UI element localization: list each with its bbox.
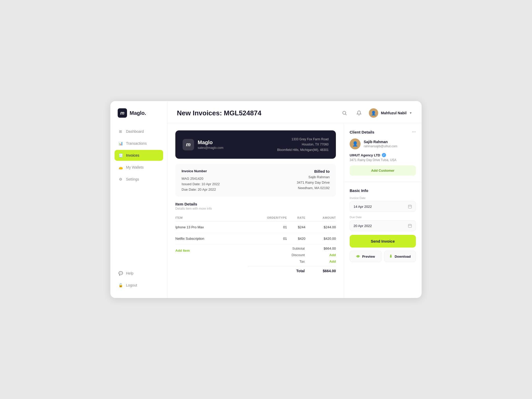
sidebar-item-label: Logout (126, 283, 137, 287)
client-details-title: Client Details ··· (350, 129, 416, 135)
total-row: Total $664.00 (248, 269, 336, 273)
billed-address2: Needham, MA 02192 (297, 186, 330, 190)
logo-icon: m (118, 108, 127, 118)
address-line3: Bloomfield Hills, Michigan(MI), 48301 (277, 147, 329, 152)
page-header: New Invoices: MGL524874 👤 Mahfuzul Nabil… (168, 101, 422, 123)
download-label: Download (395, 255, 411, 258)
item-name-2: Netflix Subscription (175, 233, 242, 244)
total-label: Total (284, 269, 305, 273)
col-amount: AMOUNT (305, 214, 336, 222)
preview-label: Preview (362, 255, 375, 258)
add-customer-button[interactable]: Add Customer (350, 165, 416, 176)
tax-label: Tax (284, 260, 305, 263)
body-area: m Maglo sales@maglo.com 1333 Grey Fox Fa… (168, 123, 422, 298)
sidebar-item-label: My Wallets (126, 165, 144, 169)
company-name: UIHUT Agency LTD ✓ (350, 153, 416, 157)
item-order-1: 01 (242, 222, 287, 233)
user-menu[interactable]: 👤 Mahfuzul Nabil ▼ (369, 108, 412, 118)
add-item-button[interactable]: Add Item (175, 245, 190, 256)
sidebar-item-settings[interactable]: ⚙ Settings (115, 174, 163, 185)
invoice-logo-icon: m (183, 139, 194, 150)
page-title: New Invoices: MGL524874 (177, 109, 261, 117)
invoice-header-card: m Maglo sales@maglo.com 1333 Grey Fox Fa… (175, 130, 336, 159)
items-section: Item Details Details item with more info… (175, 202, 336, 273)
basic-info-section: Basic Info Invoice Date 14 Apr 2022 Due … (350, 188, 416, 262)
svg-point-0 (343, 111, 346, 114)
download-button[interactable]: ⬇ Download (384, 251, 416, 262)
col-order-type: ORDER/TYPE (242, 214, 287, 222)
item-name-1: Iphone 13 Pro Max (175, 222, 242, 233)
item-amount-1: $244.00 (305, 222, 336, 233)
sidebar-item-label: Help (126, 271, 134, 275)
app-name: Maglo. (130, 110, 146, 116)
sidebar-item-transactions[interactable]: 📊 Transactions (115, 138, 163, 149)
preview-icon: 👁 (356, 254, 360, 259)
tax-row: Tax Add (248, 260, 336, 263)
table-row: Iphone 13 Pro Max 01 $244 $244.00 (175, 222, 336, 233)
right-panel: Client Details ··· 👤 Sajib Rahman rahman… (344, 123, 422, 298)
header-actions: 👤 Mahfuzul Nabil ▼ (340, 108, 412, 118)
sidebar-item-dashboard[interactable]: ⊞ Dashboard (115, 126, 163, 137)
avatar: 👤 (369, 108, 378, 118)
tax-add-button[interactable]: Add (315, 260, 336, 263)
sidebar-item-wallets[interactable]: 👝 My Wallets (115, 162, 163, 173)
item-amount-2: $420.00 (305, 233, 336, 244)
dashboard-icon: ⊞ (118, 129, 123, 134)
invoice-number: MAG 2541420 (182, 177, 220, 181)
invoice-date-input[interactable]: 14 Apr 2022 (350, 201, 416, 212)
invoice-company-email: sales@maglo.com (198, 146, 223, 150)
help-icon: 💬 (118, 271, 123, 276)
svg-line-1 (345, 114, 347, 115)
discount-add-button[interactable]: Add (315, 253, 336, 257)
invoice-area: m Maglo sales@maglo.com 1333 Grey Fox Fa… (168, 123, 344, 298)
sidebar-item-help[interactable]: 💬 Help (115, 268, 163, 279)
basic-info-title: Basic Info (350, 188, 416, 193)
discount-row: Discount Add (248, 253, 336, 257)
invoice-company-info: m Maglo sales@maglo.com (183, 139, 223, 150)
sidebar-bottom: 💬 Help 🔓 Logout (110, 268, 167, 291)
sidebar-item-invoices[interactable]: 🧾 Invoices (115, 150, 163, 161)
item-rate-2: $420 (287, 233, 305, 244)
issued-date: Issued Date: 10 Apr 2022 (182, 182, 220, 186)
user-name: Mahfuzul Nabil (381, 111, 407, 115)
transactions-icon: 📊 (118, 141, 123, 146)
svg-rect-6 (408, 224, 411, 228)
due-date-label: Due Date (350, 216, 416, 219)
sidebar-item-label: Dashboard (126, 129, 144, 134)
col-rate: RATE (287, 214, 305, 222)
panel-divider (344, 182, 422, 182)
main-content: New Invoices: MGL524874 👤 Mahfuzul Nabil… (168, 101, 422, 298)
address-line1: 1333 Grey Fox Farm Road (277, 137, 329, 142)
item-order-2: 01 (242, 233, 287, 244)
table-row: Netflix Subscription 01 $420 $420.00 (175, 233, 336, 244)
item-rate-1: $244 (287, 222, 305, 233)
action-buttons: 👁 Preview ⬇ Download (350, 251, 416, 262)
logout-icon: 🔓 (118, 283, 123, 288)
send-invoice-button[interactable]: Send Invoice (350, 235, 416, 248)
items-section-title: Item Details (175, 202, 336, 206)
sidebar-item-logout[interactable]: 🔓 Logout (115, 280, 163, 291)
settings-icon: ⚙ (118, 177, 123, 182)
client-name: Sajib Rahman (364, 140, 397, 144)
sidebar-item-label: Invoices (126, 153, 139, 157)
more-options-button[interactable]: ··· (412, 129, 416, 135)
sidebar-item-label: Transactions (126, 141, 147, 145)
totals-area: Subtotal $664.00 Discount Add Tax Add (248, 247, 336, 273)
discount-label: Discount (284, 253, 305, 257)
billed-name: Sajib Rahman (297, 175, 330, 179)
sidebar-nav: ⊞ Dashboard 📊 Transactions 🧾 Invoices 👝 … (110, 126, 167, 268)
svg-rect-2 (408, 205, 411, 208)
address-line2: Houston, TX 77060 (277, 142, 329, 147)
subtotal-label: Subtotal (284, 247, 305, 250)
invoice-address: 1333 Grey Fox Farm Road Houston, TX 7706… (277, 137, 329, 152)
chevron-down-icon: ▼ (409, 111, 412, 115)
search-button[interactable] (340, 108, 349, 118)
items-table: ITEM ORDER/TYPE RATE AMOUNT Iphone 13 Pr… (175, 214, 336, 244)
due-date-input[interactable]: 20 Apr 2022 (350, 220, 416, 231)
subtotal-row: Subtotal $664.00 (248, 247, 336, 250)
preview-button[interactable]: 👁 Preview (350, 251, 382, 262)
notification-button[interactable] (354, 108, 364, 118)
app-logo: m Maglo. (110, 108, 167, 126)
sidebar-item-label: Settings (126, 177, 139, 181)
company-address: 3471 Rainy Day Drive Tulsa, USA (350, 158, 416, 162)
